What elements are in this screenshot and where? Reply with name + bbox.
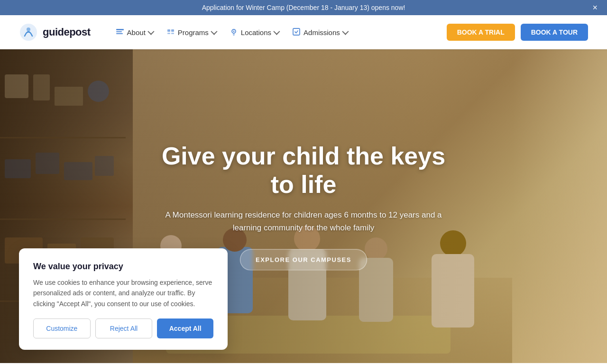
nav-admissions-label: Admissions: [304, 28, 340, 36]
customize-cookies-button[interactable]: Customize: [33, 318, 91, 338]
logo-text: guidepost: [43, 26, 91, 38]
about-icon: [115, 27, 125, 38]
logo-link[interactable]: guidepost: [19, 23, 91, 42]
main-nav: About Programs: [110, 23, 447, 42]
banner-text: Application for Winter Camp (December 18…: [202, 4, 405, 11]
nav-locations-label: Locations: [241, 28, 271, 36]
nav-item-admissions[interactable]: Admissions: [286, 23, 353, 42]
nav-about-label: About: [127, 28, 146, 36]
svg-rect-7: [167, 33, 170, 34]
nav-programs-label: Programs: [178, 28, 209, 36]
announcement-banner: Application for Winter Camp (December 18…: [0, 0, 607, 15]
explore-campuses-button[interactable]: EXPLORE OUR CAMPUSES: [240, 249, 367, 270]
svg-rect-8: [171, 33, 174, 34]
programs-chevron-icon: [211, 28, 217, 35]
nav-item-about[interactable]: About: [110, 23, 158, 42]
svg-point-1: [27, 27, 30, 31]
programs-icon: [166, 27, 175, 38]
site-header: guidepost About: [0, 15, 607, 49]
banner-close-button[interactable]: ×: [592, 3, 598, 13]
admissions-chevron-icon: [342, 28, 349, 35]
svg-point-10: [233, 30, 234, 32]
book-trial-button[interactable]: BOOK A TRIAL: [447, 24, 515, 41]
locations-icon: [229, 27, 239, 38]
admissions-icon: [292, 27, 301, 38]
svg-rect-5: [167, 29, 170, 32]
reject-all-button[interactable]: Reject All: [95, 318, 153, 338]
cookie-text: We use cookies to enhance your browsing …: [33, 277, 213, 309]
svg-rect-4: [116, 33, 123, 34]
cookie-title: We value your privacy: [33, 262, 213, 272]
svg-rect-11: [293, 28, 300, 35]
svg-rect-3: [116, 31, 122, 32]
cookie-buttons: Customize Reject All Accept All: [33, 318, 213, 338]
cookie-banner: We value your privacy We use cookies to …: [19, 248, 228, 350]
logo-icon: [19, 23, 38, 42]
about-chevron-icon: [147, 28, 154, 35]
hero-title: Give your child the keys to life: [161, 142, 446, 199]
svg-rect-6: [171, 29, 174, 32]
header-actions: BOOK A TRIAL BOOK A TOUR: [447, 24, 588, 41]
hero-subtitle: A Montessori learning residence for chil…: [161, 208, 446, 234]
nav-item-programs[interactable]: Programs: [160, 23, 221, 42]
locations-chevron-icon: [273, 28, 280, 35]
accept-all-button[interactable]: Accept All: [157, 318, 213, 338]
book-tour-button[interactable]: BOOK A TOUR: [521, 24, 588, 41]
nav-item-locations[interactable]: Locations: [223, 23, 284, 42]
svg-rect-2: [116, 29, 124, 30]
